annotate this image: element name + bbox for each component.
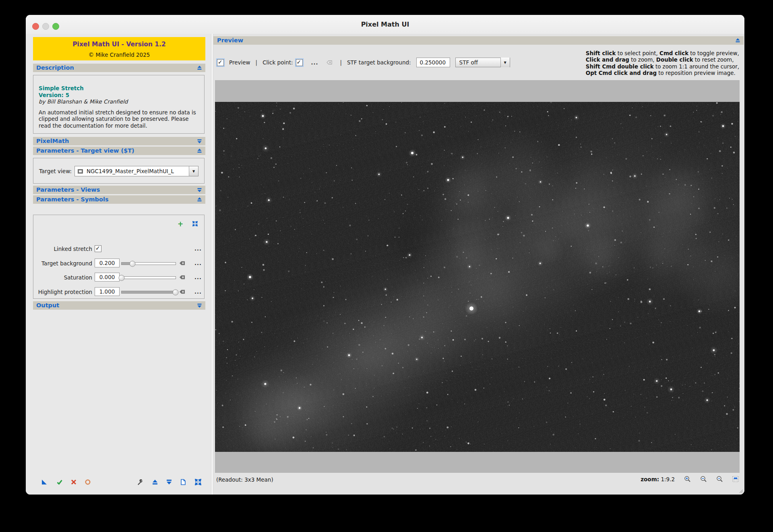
- collapse-section-icon[interactable]: [197, 149, 202, 153]
- preview-help-text: Shift click to select point, Cmd click t…: [586, 50, 739, 77]
- collapse-section-icon[interactable]: [197, 66, 202, 70]
- script-panel: Pixel Math UI - Version 1.2 © Mike Cranf…: [26, 34, 211, 495]
- script-banner: Pixel Math UI - Version 1.2 © Mike Cranf…: [33, 37, 205, 60]
- reset-dialog-icon[interactable]: [195, 479, 201, 485]
- reset-value-icon[interactable]: [179, 275, 185, 280]
- stf-target-background-input[interactable]: 0.250000: [416, 58, 450, 67]
- execute-icon[interactable]: [56, 479, 63, 485]
- clear-point-icon[interactable]: [327, 60, 332, 65]
- dropdown-arrow-icon[interactable]: ▼: [189, 166, 198, 176]
- script-version: Version: 5: [39, 92, 199, 99]
- script-description: An automated initial stretch designed to…: [39, 110, 199, 130]
- section-header-description[interactable]: Description: [33, 64, 205, 72]
- highlight-protection-input[interactable]: 1.000: [95, 287, 120, 296]
- saturation-input[interactable]: 0.000: [95, 273, 120, 282]
- reset-value-icon[interactable]: [179, 261, 185, 266]
- preview-image[interactable]: [215, 102, 740, 452]
- expand-sections-icon[interactable]: [152, 479, 158, 485]
- documentation-icon[interactable]: [180, 479, 186, 485]
- collapse-sections-icon[interactable]: [166, 479, 172, 485]
- script-copyright: © Mike Cranfield 2025: [33, 48, 205, 58]
- saturation-more-button[interactable]: ...: [194, 274, 202, 280]
- click-point-label: Click point:: [262, 59, 293, 66]
- fit-view-icon[interactable]: [732, 476, 739, 482]
- expand-section-icon[interactable]: [197, 139, 202, 143]
- zoom-level: zoom: 1:9.2: [641, 476, 675, 482]
- section-header-pixelmath[interactable]: PixelMath: [33, 137, 205, 145]
- target-background-label: Target background: [33, 258, 92, 269]
- dialog-toolbar: [26, 479, 211, 486]
- target-background-more-button[interactable]: ...: [194, 260, 202, 266]
- auto-fit-icon[interactable]: [192, 221, 198, 226]
- zoom-1-1-icon[interactable]: [716, 476, 723, 482]
- app-window: Pixel Math UI Pixel Math UI - Version 1.…: [26, 15, 744, 495]
- section-header-symbols[interactable]: Parameters - Symbols: [33, 195, 205, 204]
- preview-panel: Preview ✓ Preview | Click point: ✓ ... |…: [213, 34, 744, 495]
- target-background-slider[interactable]: [121, 262, 176, 265]
- section-header-views[interactable]: Parameters - Views: [33, 186, 205, 194]
- script-title: Pixel Math UI - Version 1.2: [33, 37, 205, 48]
- target-view-value: NGC1499_Master_PixelMathUI_L: [87, 168, 189, 174]
- preview-viewport[interactable]: [215, 80, 740, 473]
- saturation-label: Saturation: [33, 272, 92, 283]
- click-point-checkbox[interactable]: ✓: [296, 59, 303, 66]
- highlight-protection-more-button[interactable]: ...: [194, 289, 202, 295]
- highlight-protection-label: Highlight protection: [33, 287, 92, 297]
- cancel-icon[interactable]: [70, 479, 77, 485]
- resize-grip[interactable]: [738, 488, 743, 493]
- linked-stretch-label: Linked stretch: [33, 244, 92, 254]
- reset-value-icon[interactable]: [179, 289, 185, 294]
- preview-statusbar: (Readout: 3x3 Mean) zoom: 1:9.2: [213, 474, 744, 486]
- description-box: Simple Stretch Version: 5 by Bill Blansh…: [33, 75, 205, 134]
- expand-section-icon[interactable]: [197, 188, 202, 192]
- target-view-box: Target view: NGC1499_Master_PixelMathUI_…: [33, 158, 205, 184]
- target-view-label: Target view:: [39, 168, 72, 174]
- stf-mode-select[interactable]: STF off ▼: [455, 58, 510, 67]
- real-time-preview-icon[interactable]: [85, 479, 91, 485]
- new-instance-icon[interactable]: [41, 479, 48, 485]
- window-title: Pixel Math UI: [26, 15, 744, 34]
- linked-stretch-checkbox[interactable]: ✓: [95, 245, 101, 252]
- expand-section-icon[interactable]: [197, 303, 202, 308]
- preview-toggle-label: Preview: [229, 59, 250, 66]
- stf-mode-value: STF off: [456, 59, 500, 66]
- slider-thumb[interactable]: [129, 261, 135, 267]
- target-view-select[interactable]: NGC1499_Master_PixelMathUI_L ▼: [74, 166, 198, 176]
- zoom-out-icon[interactable]: [700, 476, 707, 482]
- dropdown-arrow-icon[interactable]: ▼: [500, 58, 510, 67]
- linked-stretch-more-button[interactable]: ...: [194, 246, 202, 252]
- preview-toolbar: ✓ Preview | Click point: ✓ ... | STF tar…: [213, 56, 510, 68]
- add-symbol-button[interactable]: +: [178, 220, 183, 228]
- image-icon: [78, 169, 83, 174]
- slider-thumb[interactable]: [119, 275, 125, 281]
- symbols-box: + Linked stretch ✓ ...: [33, 215, 205, 299]
- section-header-output[interactable]: Output: [33, 301, 205, 310]
- edit-source-icon[interactable]: [136, 479, 143, 485]
- preview-checkbox[interactable]: ✓: [217, 59, 224, 66]
- saturation-slider[interactable]: [121, 276, 176, 279]
- target-background-input[interactable]: 0.200: [95, 259, 120, 267]
- highlight-protection-slider[interactable]: [121, 291, 176, 294]
- section-header-preview[interactable]: Preview: [213, 36, 744, 45]
- collapse-section-icon[interactable]: [197, 197, 202, 202]
- readout-mode: (Readout: 3x3 Mean): [216, 476, 273, 483]
- script-byline: by Bill Blanshan & Mike Cranfield: [39, 99, 199, 106]
- script-name: Simple Stretch: [39, 85, 199, 92]
- zoom-in-icon[interactable]: [684, 476, 691, 482]
- stf-target-background-label: STF target background:: [347, 59, 411, 66]
- desktop: Pixel Math UI Pixel Math UI - Version 1.…: [0, 0, 773, 532]
- titlebar[interactable]: Pixel Math UI: [26, 15, 744, 34]
- collapse-section-icon[interactable]: [736, 38, 740, 43]
- section-header-target-view[interactable]: Parameters - Target view ($T): [33, 147, 205, 155]
- slider-thumb[interactable]: [173, 289, 179, 295]
- click-point-more-button[interactable]: ...: [311, 60, 318, 66]
